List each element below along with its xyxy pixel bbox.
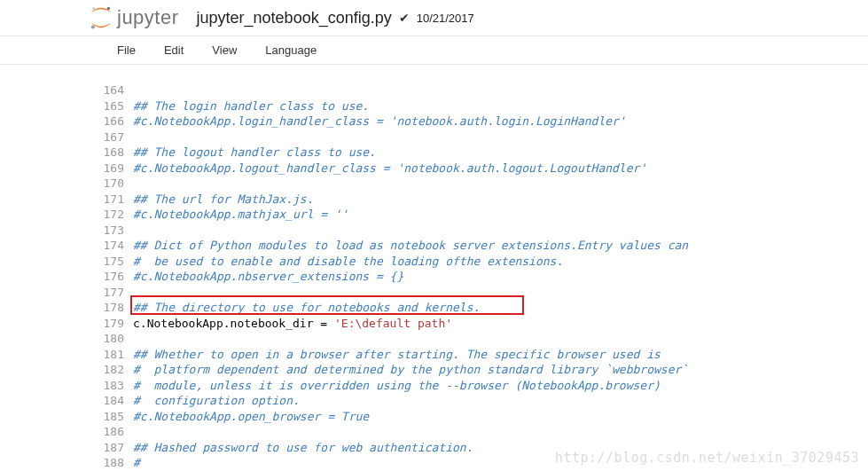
line-content[interactable]: ## Dict of Python modules to load as not… xyxy=(133,238,868,254)
line-content[interactable]: ## The logout handler class to use. xyxy=(133,145,868,161)
save-check-icon: ✔ xyxy=(399,11,410,25)
code-editor[interactable]: 164165## The login handler class to use.… xyxy=(0,65,868,471)
code-line[interactable]: 170 xyxy=(98,176,868,192)
line-number: 172 xyxy=(98,207,133,223)
svg-point-2 xyxy=(92,7,95,10)
watermark: http://blog.csdn.net/weixin_37029453 xyxy=(555,450,859,466)
code-line[interactable]: 169#c.NotebookApp.logout_handler_class =… xyxy=(98,161,868,177)
code-line[interactable]: 183# module, unless it is overridden usi… xyxy=(98,378,868,394)
line-content[interactable]: c.NotebookApp.notebook_dir = 'E:\default… xyxy=(133,316,868,332)
code-line[interactable]: 172#c.NotebookApp.mathjax_url = '' xyxy=(98,207,868,223)
line-content[interactable] xyxy=(133,176,868,192)
line-number: 177 xyxy=(98,285,133,301)
code-line[interactable]: 166#c.NotebookApp.login_handler_class = … xyxy=(98,114,868,130)
code-line[interactable]: 174## Dict of Python modules to load as … xyxy=(98,238,868,254)
menu-view[interactable]: View xyxy=(198,36,251,64)
line-content[interactable] xyxy=(133,285,868,301)
menu-edit[interactable]: Edit xyxy=(150,36,198,64)
line-number: 170 xyxy=(98,176,133,192)
line-content[interactable]: # platform dependent and determined by t… xyxy=(133,362,868,378)
line-number: 166 xyxy=(98,114,133,130)
line-number: 186 xyxy=(98,424,133,440)
line-number: 165 xyxy=(98,98,133,114)
line-number: 180 xyxy=(98,331,133,347)
line-content[interactable]: ## Whether to open in a browser after st… xyxy=(133,347,868,363)
jupyter-logo[interactable]: jupyter xyxy=(89,5,179,30)
code-line[interactable]: 175# be used to enable and disable the l… xyxy=(98,254,868,270)
line-content[interactable]: # be used to enable and disable the load… xyxy=(133,254,868,270)
menu-language[interactable]: Language xyxy=(251,36,331,64)
line-content[interactable] xyxy=(133,223,868,239)
code-line[interactable]: 179c.NotebookApp.notebook_dir = 'E:\defa… xyxy=(98,316,868,332)
jupyter-logo-icon xyxy=(89,5,113,30)
line-number: 178 xyxy=(98,300,133,316)
line-content[interactable]: ## The login handler class to use. xyxy=(133,98,868,114)
line-number: 187 xyxy=(98,440,133,456)
line-content[interactable]: #c.NotebookApp.mathjax_url = '' xyxy=(133,207,868,223)
line-number: 183 xyxy=(98,378,133,394)
svg-point-0 xyxy=(107,7,111,11)
jupyter-logo-text: jupyter xyxy=(117,6,179,29)
line-number: 181 xyxy=(98,347,133,363)
code-line[interactable]: 165## The login handler class to use. xyxy=(98,98,868,114)
code-line[interactable]: 185#c.NotebookApp.open_browser = True xyxy=(98,409,868,425)
code-line[interactable]: 182# platform dependent and determined b… xyxy=(98,362,868,378)
code-line[interactable]: 177 xyxy=(98,285,868,301)
line-number: 174 xyxy=(98,238,133,254)
svg-point-1 xyxy=(91,25,95,28)
code-line[interactable]: 168## The logout handler class to use. xyxy=(98,145,868,161)
code-line[interactable]: 180 xyxy=(98,331,868,347)
line-number: 184 xyxy=(98,393,133,409)
line-content[interactable]: ## The url for MathJax.js. xyxy=(133,192,868,208)
line-number: 164 xyxy=(98,82,133,98)
line-number: 182 xyxy=(98,362,133,378)
line-content[interactable]: ## The directory to use for notebooks an… xyxy=(133,300,868,316)
code-line[interactable]: 173 xyxy=(98,223,868,239)
line-content[interactable] xyxy=(133,130,868,145)
last-saved-date: 10/21/2017 xyxy=(417,12,474,25)
line-content[interactable]: # configuration option. xyxy=(133,393,868,409)
line-number: 169 xyxy=(98,161,133,177)
code-line[interactable]: 181## Whether to open in a browser after… xyxy=(98,347,868,363)
code-line[interactable]: 167 xyxy=(98,130,868,145)
code-line[interactable]: 176#c.NotebookApp.nbserver_extensions = … xyxy=(98,269,868,285)
header: jupyter jupyter_notebook_config.py ✔ 10/… xyxy=(0,0,868,36)
line-number: 168 xyxy=(98,145,133,161)
code-line[interactable]: 164 xyxy=(98,82,868,98)
line-content[interactable] xyxy=(133,331,868,347)
line-number: 167 xyxy=(98,130,133,145)
menu-file[interactable]: File xyxy=(103,36,150,64)
line-number: 175 xyxy=(98,254,133,270)
menubar: File Edit View Language xyxy=(0,36,868,65)
line-content[interactable]: #c.NotebookApp.open_browser = True xyxy=(133,409,868,425)
line-content[interactable] xyxy=(133,82,868,98)
line-content[interactable]: #c.NotebookApp.nbserver_extensions = {} xyxy=(133,269,868,285)
code-line[interactable]: 178## The directory to use for notebooks… xyxy=(98,300,868,316)
line-content[interactable]: # module, unless it is overridden using … xyxy=(133,378,868,394)
code-line[interactable]: 186 xyxy=(98,424,868,440)
line-number: 171 xyxy=(98,192,133,208)
code-line[interactable]: 184# configuration option. xyxy=(98,393,868,409)
line-content[interactable]: #c.NotebookApp.logout_handler_class = 'n… xyxy=(133,161,868,177)
line-content[interactable]: #c.NotebookApp.login_handler_class = 'no… xyxy=(133,114,868,130)
line-number: 188 xyxy=(98,455,133,471)
code-line[interactable]: 171## The url for MathJax.js. xyxy=(98,192,868,208)
line-number: 179 xyxy=(98,316,133,332)
line-content[interactable] xyxy=(133,424,868,440)
file-title[interactable]: jupyter_notebook_config.py xyxy=(197,9,392,27)
line-number: 176 xyxy=(98,269,133,285)
line-number: 173 xyxy=(98,223,133,239)
line-number: 185 xyxy=(98,409,133,425)
